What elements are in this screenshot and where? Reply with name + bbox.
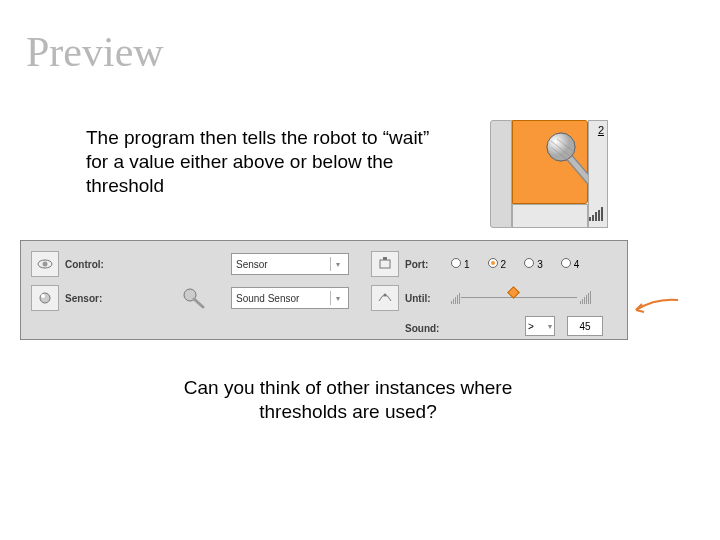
closing-text: Can you think of other instances where t… xyxy=(138,376,558,424)
control-dropdown[interactable]: Sensor ▾ xyxy=(231,253,349,275)
svg-point-8 xyxy=(43,262,48,267)
wait-sensor-block: 2 xyxy=(490,120,608,228)
sensor-icon xyxy=(31,285,59,311)
sensor-dropdown[interactable]: Sound Sensor ▾ xyxy=(231,287,349,309)
config-panel: Control: Sensor ▾ Sensor: Sound Sensor ▾… xyxy=(20,240,628,340)
control-value: Sensor xyxy=(236,259,268,270)
sensor-label: Sensor: xyxy=(65,293,102,304)
control-icon xyxy=(31,251,59,277)
port-icon xyxy=(371,251,399,277)
page-title: Preview xyxy=(26,28,164,76)
intro-text: The program then tells the robot to “wai… xyxy=(86,126,446,197)
port-option-4[interactable]: 4 xyxy=(561,258,580,270)
block-port-label: 2 xyxy=(598,124,604,136)
until-slider[interactable] xyxy=(451,290,591,306)
chevron-down-icon: ▾ xyxy=(330,257,344,271)
svg-rect-3 xyxy=(592,215,594,221)
svg-point-9 xyxy=(40,293,50,303)
chevron-down-icon: ▾ xyxy=(330,291,344,305)
signal-icon xyxy=(589,207,604,221)
sound-label: Sound: xyxy=(405,323,439,334)
microphone-mini-icon xyxy=(181,287,207,309)
comparison-dropdown[interactable]: > ▾ xyxy=(525,316,555,336)
svg-rect-13 xyxy=(383,257,387,260)
svg-point-10 xyxy=(41,294,45,298)
comparison-value: > xyxy=(528,321,534,332)
svg-rect-12 xyxy=(380,260,390,268)
port-option-1[interactable]: 1 xyxy=(451,258,470,270)
svg-rect-6 xyxy=(601,207,603,221)
until-label: Until: xyxy=(405,293,431,304)
svg-rect-4 xyxy=(595,212,597,221)
until-icon xyxy=(371,285,399,311)
port-label: Port: xyxy=(405,259,428,270)
port-option-3[interactable]: 3 xyxy=(524,258,543,270)
svg-rect-5 xyxy=(598,210,600,221)
chevron-down-icon: ▾ xyxy=(548,322,552,331)
sensor-value: Sound Sensor xyxy=(236,293,299,304)
port-option-2[interactable]: 2 xyxy=(488,258,507,270)
annotation-arrow-icon xyxy=(630,296,680,318)
svg-point-14 xyxy=(384,294,387,297)
svg-rect-2 xyxy=(589,217,591,221)
threshold-value-input[interactable]: 45 xyxy=(567,316,603,336)
control-label: Control: xyxy=(65,259,104,270)
